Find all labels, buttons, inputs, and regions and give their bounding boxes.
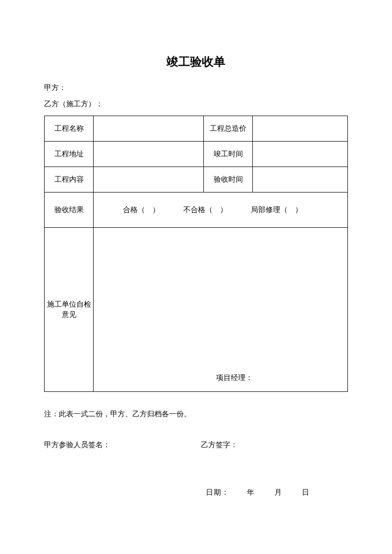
table-row: 工程名称 工程总造价 — [45, 116, 348, 142]
project-address-value[interactable] — [94, 142, 204, 167]
acceptance-table: 工程名称 工程总造价 工程地址 竣工时间 工程内容 验收时间 验收结果 合格（ … — [44, 116, 348, 392]
table-row: 工程内容 验收时间 — [45, 167, 348, 193]
option-fail[interactable]: 不合格（ ） — [183, 206, 227, 214]
month-label: 月 — [274, 488, 282, 497]
note-text: 注：此表一式二份，甲方、乙方归档各一份。 — [44, 409, 348, 419]
year-label: 年 — [247, 488, 255, 497]
table-row: 验收结果 合格（ ） 不合格（ ） 局部修理（ ） — [45, 193, 348, 228]
self-check-label: 施工单位自检意见 — [45, 228, 94, 392]
project-content-value[interactable] — [94, 167, 204, 193]
document-title: 竣工验收单 — [44, 54, 348, 70]
completion-time-label: 竣工时间 — [204, 142, 253, 167]
date-label: 日期： — [206, 488, 229, 497]
result-options[interactable]: 合格（ ） 不合格（ ） 局部修理（ ） — [94, 193, 348, 228]
day-label: 日 — [302, 488, 310, 497]
project-name-value[interactable] — [94, 116, 204, 142]
party-b-line: 乙方（施工方）： — [44, 99, 348, 109]
signature-row: 甲方参验人员签名： 乙方签字： — [44, 440, 348, 450]
result-label: 验收结果 — [45, 193, 94, 228]
completion-time-value[interactable] — [253, 142, 348, 167]
project-name-label: 工程名称 — [45, 116, 94, 142]
project-content-label: 工程内容 — [45, 167, 94, 193]
total-cost-label: 工程总造价 — [204, 116, 253, 142]
total-cost-value[interactable] — [253, 116, 348, 142]
project-address-label: 工程地址 — [45, 142, 94, 167]
table-row: 工程地址 竣工时间 — [45, 142, 348, 167]
acceptance-time-label: 验收时间 — [204, 167, 253, 193]
option-pass[interactable]: 合格（ ） — [123, 206, 160, 214]
party-a-signature-label: 甲方参验人员签名： — [44, 440, 201, 450]
project-manager-label: 项目经理： — [216, 373, 253, 383]
self-check-content[interactable]: 项目经理： — [94, 228, 348, 392]
acceptance-time-value[interactable] — [253, 167, 348, 193]
date-line: 日期：年月日 — [44, 488, 348, 497]
party-a-line: 甲方： — [44, 83, 348, 93]
option-partial-repair[interactable]: 局部修理（ ） — [251, 206, 302, 214]
table-row: 施工单位自检意见 项目经理： — [45, 228, 348, 392]
party-b-signature-label: 乙方签字： — [201, 440, 348, 450]
